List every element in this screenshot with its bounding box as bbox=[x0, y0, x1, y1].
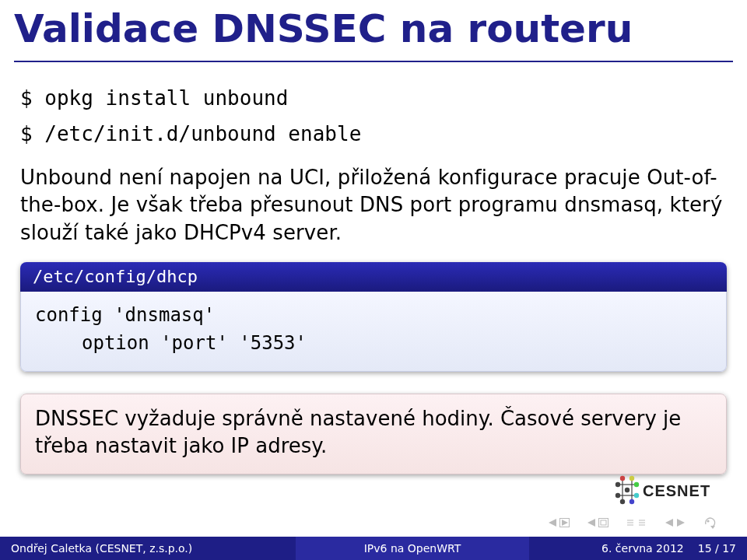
slide: Validace DNSSEC na routeru $ opkg instal… bbox=[0, 0, 747, 560]
content-area: $ opkg install unbound $ /etc/init.d/unb… bbox=[20, 78, 727, 474]
nav-prev-section-icon[interactable] bbox=[548, 518, 558, 528]
svg-marker-13 bbox=[549, 519, 556, 527]
footer-date: 6. června 2012 bbox=[601, 542, 684, 555]
logo-text: CESNET bbox=[643, 482, 710, 499]
code-block-title: /etc/config/dhcp bbox=[20, 262, 727, 292]
code-block-body: config 'dnsmasq' option 'port' '5353' bbox=[20, 292, 727, 372]
nav-back-icon[interactable] bbox=[703, 516, 719, 529]
nav-last-icon[interactable] bbox=[676, 518, 686, 528]
svg-marker-26 bbox=[677, 519, 685, 527]
svg-rect-17 bbox=[599, 518, 608, 527]
svg-point-10 bbox=[615, 493, 620, 498]
nav-next-section-icon[interactable] bbox=[559, 518, 570, 528]
nav-prev-subsection-icon[interactable] bbox=[587, 518, 597, 528]
alert-block: DNSSEC vyžaduje správně nastavené hodiny… bbox=[20, 394, 727, 474]
code-block: /etc/config/dhcp config 'dnsmasq' option… bbox=[20, 262, 727, 372]
svg-marker-15 bbox=[562, 520, 568, 526]
footer-page: 15 / 17 bbox=[698, 542, 736, 555]
nav-prev-slide-icon[interactable] bbox=[626, 518, 636, 528]
beamer-nav-icons bbox=[548, 516, 719, 529]
svg-point-11 bbox=[615, 482, 620, 487]
cesnet-logo: CESNET bbox=[615, 473, 724, 507]
footer-bar: Ondřej Caletka (CESNET, z.s.p.o.) IPv6 n… bbox=[0, 537, 747, 560]
svg-point-5 bbox=[630, 476, 634, 481]
svg-point-9 bbox=[620, 499, 625, 504]
svg-point-12 bbox=[625, 488, 630, 492]
svg-rect-18 bbox=[601, 520, 606, 525]
code-line: config 'dnsmasq' bbox=[35, 304, 215, 326]
svg-marker-27 bbox=[710, 526, 715, 529]
svg-point-8 bbox=[630, 499, 634, 504]
slide-title: Validace DNSSEC na routeru bbox=[14, 6, 733, 62]
nav-next-subsection-icon[interactable] bbox=[598, 518, 608, 528]
svg-marker-16 bbox=[587, 519, 595, 527]
nav-next-slide-icon[interactable] bbox=[637, 518, 647, 528]
footer-title: IPv6 na OpenWRT bbox=[296, 537, 529, 560]
footer-author: Ondřej Caletka (CESNET, z.s.p.o.) bbox=[0, 537, 296, 560]
paragraph-1: Unbound není napojen na UCI, přiložená k… bbox=[20, 164, 727, 246]
shell-command-2: $ /etc/init.d/unbound enable bbox=[20, 120, 727, 149]
shell-command-1: $ opkg install unbound bbox=[20, 84, 727, 114]
svg-point-4 bbox=[620, 476, 625, 481]
nav-first-icon[interactable] bbox=[665, 518, 675, 528]
code-line: option 'port' '5353' bbox=[35, 329, 712, 357]
svg-marker-25 bbox=[665, 519, 673, 527]
svg-point-28 bbox=[707, 520, 709, 522]
svg-point-6 bbox=[634, 482, 639, 487]
svg-point-7 bbox=[634, 493, 639, 498]
